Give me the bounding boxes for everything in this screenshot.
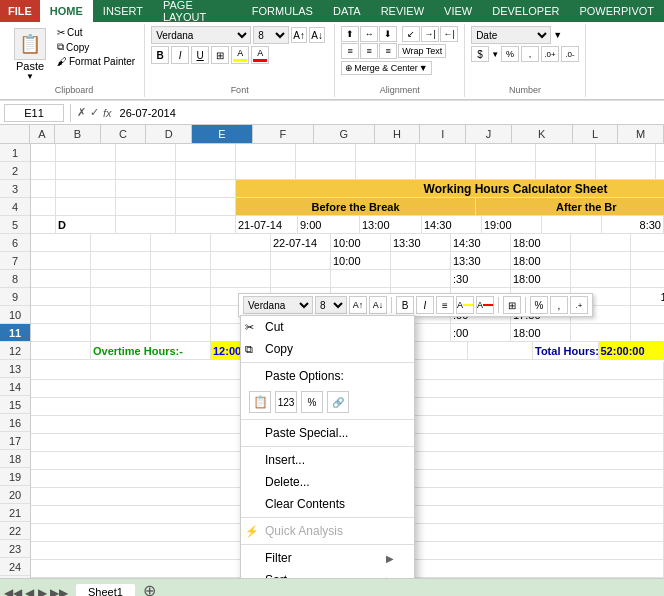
mt-separator2 <box>498 297 499 313</box>
align-right-button[interactable]: ≡ <box>379 43 397 59</box>
paste-icon-link[interactable]: 🔗 <box>327 391 349 413</box>
mt-italic-button[interactable]: I <box>416 296 434 314</box>
cm-sort[interactable]: Sort ▶ <box>241 569 414 578</box>
cm-separator5 <box>241 544 414 545</box>
cm-cut[interactable]: ✂ Cut <box>241 316 414 338</box>
underline-button[interactable]: U <box>191 46 209 64</box>
mt-font-select[interactable]: Verdana <box>243 296 313 314</box>
increase-decimal-button[interactable]: .0+ <box>541 46 559 62</box>
bold-button[interactable]: B <box>151 46 169 64</box>
align-middle-button[interactable]: ↔ <box>360 26 378 42</box>
tab-page-layout[interactable]: PAGE LAYOUT <box>153 0 242 22</box>
ribbon: FILE HOME INSERT PAGE LAYOUT FORMULAS DA… <box>0 0 664 101</box>
cm-delete-label: Delete... <box>265 475 310 489</box>
text-direction-button[interactable]: ↙ <box>402 26 420 42</box>
alignment-group: ⬆ ↔ ⬇ ↙ →| ←| ≡ ≡ ≡ Wrap Text ⊕ Merge & … <box>335 24 465 97</box>
tab-formulas[interactable]: FORMULAS <box>242 0 323 22</box>
tab-powerpivot[interactable]: POWERPIVOT <box>569 0 664 22</box>
tab-view[interactable]: VIEW <box>434 0 482 22</box>
filter-submenu-arrow: ▶ <box>386 553 394 564</box>
font-name-select[interactable]: Verdana <box>151 26 251 44</box>
num-arrow[interactable]: ▼ <box>491 50 499 59</box>
mt-increase-decimal-mt-button[interactable]: .+ <box>570 296 588 314</box>
cm-paste-options-label: Paste Options: <box>265 369 344 383</box>
mt-percent-button[interactable]: % <box>530 296 548 314</box>
mt-separator1 <box>391 297 392 313</box>
paste-icon-clipboard[interactable]: 📋 <box>249 391 271 413</box>
align-bottom-button[interactable]: ⬇ <box>379 26 397 42</box>
cm-insert-label: Insert... <box>265 453 305 467</box>
fill-color-button[interactable]: A <box>231 46 249 64</box>
format-painter-button[interactable]: 🖌 Format Painter <box>54 55 138 68</box>
font-grow-button[interactable]: A↑ <box>291 27 307 43</box>
num-format-expand[interactable]: ▼ <box>553 30 562 40</box>
paste-button[interactable]: 📋 Paste ▼ <box>10 26 50 83</box>
number-format-row: Date ▼ <box>471 26 579 44</box>
spreadsheet-wrapper: A B C D E F G H I J K L M 1 2 3 4 5 6 7 … <box>0 125 664 578</box>
font-group: Verdana 8 A↑ A↓ B I U ⊞ A A <box>145 24 335 97</box>
cm-separator1 <box>241 362 414 363</box>
tab-insert[interactable]: INSERT <box>93 0 153 22</box>
font-row2: B I U ⊞ A A <box>151 46 328 64</box>
cm-delete[interactable]: Delete... <box>241 471 414 493</box>
wrap-text-button[interactable]: Wrap Text <box>398 44 446 58</box>
context-menu: ✂ Cut ⧉ Copy Paste Options: 📋 123 % 🔗 Pa… <box>240 315 415 578</box>
font-shrink-button[interactable]: A↓ <box>309 27 325 43</box>
formula-input[interactable] <box>116 107 660 119</box>
cm-insert[interactable]: Insert... <box>241 449 414 471</box>
cm-quick-analysis-label: Quick Analysis <box>265 524 343 538</box>
align-top-button[interactable]: ⬆ <box>341 26 359 42</box>
border-button[interactable]: ⊞ <box>211 46 229 64</box>
mt-font-color-button[interactable]: A <box>476 296 494 314</box>
italic-button[interactable]: I <box>171 46 189 64</box>
cut-button[interactable]: Cut <box>54 26 138 39</box>
decrease-decimal-button[interactable]: .0- <box>561 46 579 62</box>
copy-button[interactable]: Copy <box>54 40 138 54</box>
paste-icon-values[interactable]: 123 <box>275 391 297 413</box>
add-sheet-button[interactable]: ⊕ <box>143 581 156 596</box>
mt-grow-button[interactable]: A↑ <box>349 296 367 314</box>
paste-icon-format[interactable]: % <box>301 391 323 413</box>
sheet-nav-arrows[interactable]: ◀◀ ◀ ▶ ▶▶ <box>4 586 68 596</box>
font-size-select[interactable]: 8 <box>253 26 289 44</box>
cm-paste-special-label: Paste Special... <box>265 426 348 440</box>
indent-decrease-button[interactable]: ←| <box>440 26 458 42</box>
cm-paste-special[interactable]: Paste Special... <box>241 422 414 444</box>
tab-developer[interactable]: DEVELOPER <box>482 0 569 22</box>
merge-center-button[interactable]: ⊕ Merge & Center ▼ <box>341 61 431 75</box>
cm-copy[interactable]: ⧉ Copy <box>241 338 414 360</box>
fx-button[interactable]: fx <box>103 107 112 119</box>
sheet1-tab[interactable]: Sheet1 <box>76 584 135 596</box>
cm-filter[interactable]: Filter ▶ <box>241 547 414 569</box>
dollar-button[interactable]: $ <box>471 46 489 62</box>
cell-reference-input[interactable] <box>4 104 64 122</box>
indent-increase-button[interactable]: →| <box>421 26 439 42</box>
mini-toolbar: Verdana 8 A↑ A↓ B I ≡ A A ⊞ % , .+ <box>238 293 593 317</box>
tab-file[interactable]: FILE <box>0 0 40 22</box>
cm-clear-contents-label: Clear Contents <box>265 497 345 511</box>
font-row1: Verdana 8 A↑ A↓ <box>151 26 328 44</box>
mt-shrink-button[interactable]: A↓ <box>369 296 387 314</box>
cancel-button[interactable]: ✗ <box>77 106 86 119</box>
mt-bold-button[interactable]: B <box>396 296 414 314</box>
format-painter-icon: 🖌 <box>57 56 67 67</box>
context-menu-overlay[interactable]: Verdana 8 A↑ A↓ B I ≡ A A ⊞ % , .+ ✂ Cut… <box>0 125 664 578</box>
number-format-select[interactable]: Date <box>471 26 551 44</box>
tab-data[interactable]: DATA <box>323 0 371 22</box>
tab-review[interactable]: REVIEW <box>371 0 434 22</box>
mt-border-button[interactable]: ⊞ <box>503 296 521 314</box>
font-color-button[interactable]: A <box>251 46 269 64</box>
tab-home[interactable]: HOME <box>40 0 93 22</box>
cm-clear-contents[interactable]: Clear Contents <box>241 493 414 515</box>
cm-paste-icons-row[interactable]: 📋 123 % 🔗 <box>241 387 414 417</box>
mt-comma-button[interactable]: , <box>550 296 568 314</box>
mt-align-button[interactable]: ≡ <box>436 296 454 314</box>
align-center-button[interactable]: ≡ <box>360 43 378 59</box>
alignment-label: Alignment <box>341 83 458 95</box>
comma-button[interactable]: , <box>521 46 539 62</box>
mt-size-select[interactable]: 8 <box>315 296 347 314</box>
mt-fill-button[interactable]: A <box>456 296 474 314</box>
align-left-button[interactable]: ≡ <box>341 43 359 59</box>
confirm-button[interactable]: ✓ <box>90 106 99 119</box>
percent-button[interactable]: % <box>501 46 519 62</box>
